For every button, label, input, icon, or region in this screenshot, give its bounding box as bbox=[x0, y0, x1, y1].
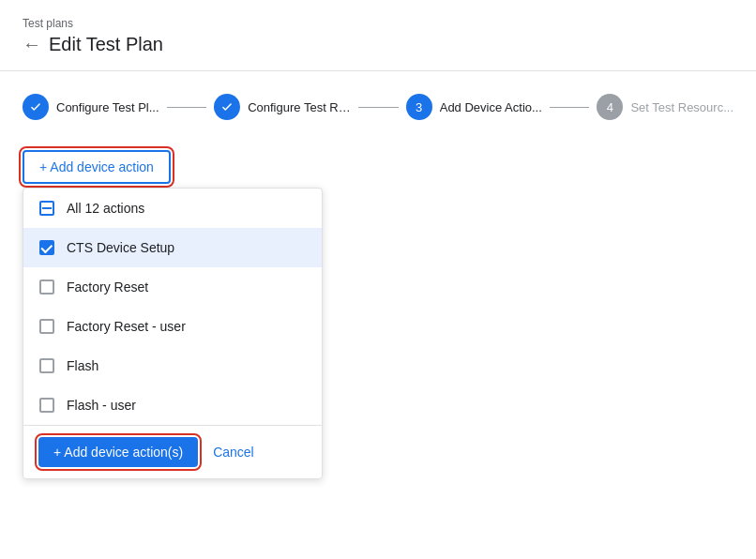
list-item[interactable]: CTS Device Setup bbox=[23, 228, 322, 267]
step-1: Configure Test Pl... bbox=[23, 94, 159, 120]
add-device-action-button[interactable]: + Add device action bbox=[23, 150, 171, 184]
add-actions-button[interactable]: + Add device action(s) bbox=[38, 437, 198, 467]
unchecked-checkbox bbox=[39, 398, 54, 413]
item-1-label: CTS Device Setup bbox=[67, 240, 174, 255]
all-actions-checkbox[interactable] bbox=[38, 200, 55, 217]
step-2: Configure Test Ru... bbox=[214, 94, 351, 120]
dropdown-panel: All 12 actions CTS Device Setup Factory … bbox=[23, 188, 323, 479]
checked-checkbox bbox=[39, 240, 54, 255]
step-1-label: Configure Test Pl... bbox=[56, 100, 159, 114]
item-1-checkbox[interactable] bbox=[38, 239, 55, 256]
list-item[interactable]: Factory Reset - user bbox=[23, 307, 322, 346]
item-2-label: Factory Reset bbox=[67, 280, 148, 295]
unchecked-checkbox bbox=[39, 280, 54, 295]
dropdown-footer: + Add device action(s) Cancel bbox=[23, 425, 322, 478]
list-item[interactable]: Flash bbox=[23, 346, 322, 385]
stepper: Configure Test Pl... Configure Test Ru..… bbox=[0, 79, 756, 135]
item-4-label: Flash bbox=[67, 358, 98, 373]
page-container: Test plans ← Edit Test Plan Configure Te… bbox=[0, 0, 756, 559]
item-3-label: Factory Reset - user bbox=[67, 319, 186, 334]
item-5-checkbox[interactable] bbox=[38, 397, 55, 414]
dropdown-list: All 12 actions CTS Device Setup Factory … bbox=[23, 189, 322, 425]
step-3: 3 Add Device Actio... bbox=[406, 94, 542, 120]
header-divider bbox=[0, 70, 756, 71]
unchecked-checkbox bbox=[39, 319, 54, 334]
page-title: Edit Test Plan bbox=[49, 34, 163, 55]
step-2-label: Configure Test Ru... bbox=[248, 100, 351, 114]
step-1-circle bbox=[23, 94, 49, 120]
step-4: 4 Set Test Resourc... bbox=[597, 94, 733, 120]
item-5-label: Flash - user bbox=[67, 398, 136, 413]
page-title-row: ← Edit Test Plan bbox=[23, 34, 733, 55]
cancel-button[interactable]: Cancel bbox=[213, 445, 254, 460]
item-3-checkbox[interactable] bbox=[38, 318, 55, 335]
breadcrumb: Test plans bbox=[23, 17, 73, 30]
check-icon-2 bbox=[220, 100, 234, 113]
step-4-circle: 4 bbox=[597, 94, 623, 120]
back-button[interactable]: ← bbox=[23, 34, 41, 55]
step-2-circle bbox=[214, 94, 240, 120]
connector-2-3 bbox=[358, 107, 399, 108]
step-4-label: Set Test Resourc... bbox=[630, 100, 733, 114]
check-icon-1 bbox=[29, 100, 42, 113]
unchecked-checkbox bbox=[39, 358, 54, 373]
connector-1-2 bbox=[167, 107, 207, 108]
indeterminate-checkbox bbox=[39, 201, 54, 216]
breadcrumb-area: Test plans ← Edit Test Plan bbox=[0, 0, 756, 63]
connector-3-4 bbox=[550, 107, 590, 108]
list-item[interactable]: Flash - user bbox=[23, 385, 322, 425]
step-3-label: Add Device Actio... bbox=[440, 100, 542, 114]
all-actions-label: All 12 actions bbox=[67, 201, 144, 216]
content-area: + Add device action All 12 actions CTS D… bbox=[0, 135, 756, 199]
item-4-checkbox[interactable] bbox=[38, 357, 55, 374]
list-item[interactable]: Factory Reset bbox=[23, 267, 322, 307]
item-2-checkbox[interactable] bbox=[38, 279, 55, 295]
step-3-circle: 3 bbox=[406, 94, 432, 120]
all-actions-item[interactable]: All 12 actions bbox=[23, 189, 322, 228]
